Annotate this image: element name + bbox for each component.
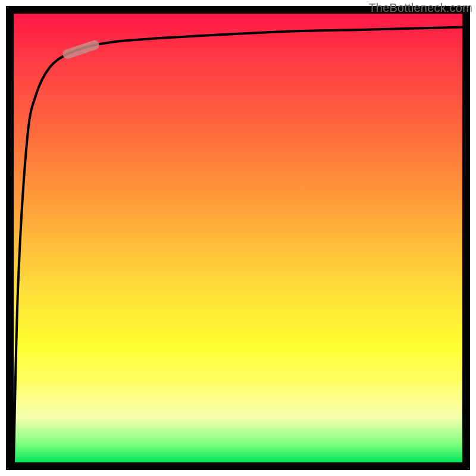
attribution-watermark: TheBottleneck.com — [368, 1, 472, 15]
bottleneck-curve — [14, 27, 462, 462]
curve-layer — [14, 14, 462, 462]
chart-container: TheBottleneck.com — [0, 0, 476, 476]
highlight-marker — [67, 45, 94, 54]
